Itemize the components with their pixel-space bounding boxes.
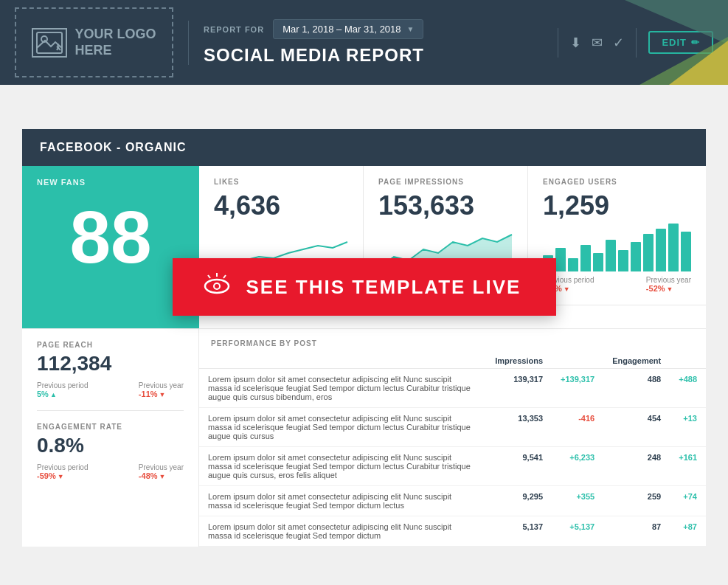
engagement-change-val: +13 xyxy=(670,408,706,447)
engagement-prev-year-label: Previous year xyxy=(139,463,184,471)
new-fans-label: NEW FANS xyxy=(37,178,184,187)
impressions-change-val: +6,233 xyxy=(552,447,603,486)
table-row: Lorem ipsum dolor sit amet consectetur a… xyxy=(199,408,706,447)
report-title: SOCIAL MEDIA REPORT xyxy=(204,45,424,66)
chevron-down-icon: ▼ xyxy=(407,25,415,33)
arrow-down-icon-4 xyxy=(159,390,166,398)
impressions-val: 9,541 xyxy=(486,447,552,486)
impressions-val: 13,353 xyxy=(486,408,552,447)
impressions-val: 139,317 xyxy=(486,369,552,408)
page-reach-prev-period: Previous period 5% xyxy=(37,381,88,398)
svg-marker-0 xyxy=(625,0,728,44)
bar-item xyxy=(631,242,641,271)
likes-label: LIKES xyxy=(214,178,348,186)
svg-line-10 xyxy=(208,275,210,278)
bar-item xyxy=(618,250,628,271)
logo-placeholder: YOUR LOGO HERE xyxy=(15,7,173,77)
col-post xyxy=(199,353,486,369)
post-text: Lorem ipsum dolor sit amet consectetur a… xyxy=(199,408,486,447)
section-header: FACEBOOK - ORGANIC xyxy=(22,129,706,166)
engagement-prev-period-label: Previous period xyxy=(37,463,88,471)
table-row: Lorem ipsum dolor sit amet consectetur a… xyxy=(199,516,706,547)
page-reach-prev-year: Previous year -11% xyxy=(139,381,184,398)
bar-item xyxy=(656,229,666,271)
svg-point-14 xyxy=(215,284,219,288)
page-reach-prev-period-value: 5% xyxy=(37,390,88,398)
performance-header: PERFORMANCE BY POST xyxy=(199,329,706,353)
bottom-row: PAGE REACH 112,384 Previous period 5% Pr… xyxy=(22,328,706,547)
col-engagement: Engagement xyxy=(603,353,670,369)
logo-icon xyxy=(32,28,67,58)
engagement-rate-value: 0.8% xyxy=(37,434,184,457)
engagement-val: 87 xyxy=(603,516,670,547)
date-range-value: Mar 1, 2018 – Mar 31, 2018 xyxy=(282,24,401,35)
header-decoration xyxy=(521,0,728,85)
page-impressions-label: PAGE IMPRESSIONS xyxy=(378,178,513,186)
header: YOUR LOGO HERE REPORT FOR Mar 1, 2018 – … xyxy=(0,0,728,85)
left-metrics: PAGE REACH 112,384 Previous period 5% Pr… xyxy=(22,329,199,547)
engagement-prev-year-value: -48% xyxy=(139,471,184,480)
header-divider xyxy=(188,21,189,65)
impressions-val: 9,295 xyxy=(486,486,552,516)
col-impressions-change xyxy=(552,353,603,369)
svg-line-11 xyxy=(223,275,226,278)
arrow-down-icon-6 xyxy=(159,471,166,480)
likes-value: 4,636 xyxy=(214,190,348,221)
engaged-prev-year-label: Previous year xyxy=(646,276,691,284)
spacer xyxy=(0,85,728,129)
bar-item xyxy=(668,224,679,271)
post-text: Lorem ipsum dolor sit amet consectetur a… xyxy=(199,516,486,547)
page-reach-prev-year-label: Previous year xyxy=(139,381,184,390)
svg-marker-2 xyxy=(669,41,728,85)
performance-data-table: Impressions Engagement Lorem ipsum dolor… xyxy=(199,353,706,547)
page-reach-footer: Previous period 5% Previous year -11% xyxy=(37,381,184,398)
engaged-prev-year: Previous year -52% xyxy=(646,276,691,293)
engaged-users-value: 1,259 xyxy=(543,190,691,221)
col-engagement-change xyxy=(670,353,706,369)
date-range-dropdown[interactable]: Mar 1, 2018 – Mar 31, 2018 ▼ xyxy=(273,19,423,39)
arrow-down-icon-2 xyxy=(564,284,570,293)
engagement-change-val: +87 xyxy=(670,516,706,547)
col-impressions: Impressions xyxy=(486,353,552,369)
bar-item xyxy=(580,245,591,271)
page-reach-section: PAGE REACH 112,384 Previous period 5% Pr… xyxy=(37,341,184,398)
eye-svg xyxy=(202,273,232,295)
report-for-row: REPORT FOR Mar 1, 2018 – Mar 31, 2018 ▼ xyxy=(204,19,424,39)
image-icon xyxy=(36,32,63,54)
svg-rect-3 xyxy=(37,32,62,53)
engagement-prev-year: Previous year -48% xyxy=(139,463,184,480)
impressions-change-val: +5,137 xyxy=(552,516,603,547)
bar-item xyxy=(568,258,578,271)
logo-text: YOUR LOGO HERE xyxy=(74,27,156,58)
engagement-rate-label: ENGAGEMENT RATE xyxy=(37,423,184,431)
engaged-users-chart xyxy=(543,227,691,271)
post-text: Lorem ipsum dolor sit amet consectetur a… xyxy=(199,369,486,408)
bar-item xyxy=(681,232,691,271)
arrow-down-icon-5 xyxy=(58,471,64,480)
impressions-change-val: -416 xyxy=(552,408,603,447)
engagement-prev-period: Previous period -59% xyxy=(37,463,88,480)
engaged-users-footer: Previous period -58% Previous year -52% xyxy=(543,276,691,293)
engagement-prev-period-value: -59% xyxy=(37,471,88,480)
post-text: Lorem ipsum dolor sit amet consectetur a… xyxy=(199,447,486,486)
engagement-val: 259 xyxy=(603,486,670,516)
impressions-val: 5,137 xyxy=(486,516,552,547)
engagement-val: 454 xyxy=(603,408,670,447)
bar-item xyxy=(606,240,616,271)
page-reach-label: PAGE REACH xyxy=(37,341,184,349)
report-for-label: REPORT FOR xyxy=(204,25,264,34)
eye-icon xyxy=(202,273,232,301)
page-reach-prev-year-value: -11% xyxy=(139,390,184,398)
engagement-val: 248 xyxy=(603,447,670,486)
overlay-label: SEE THIS TEMPLATE LIVE xyxy=(246,276,521,299)
engagement-change-val: +488 xyxy=(670,369,706,408)
page-impressions-value: 153,633 xyxy=(378,190,513,221)
table-row: Lorem ipsum dolor sit amet consectetur a… xyxy=(199,486,706,516)
engagement-rate-section: ENGAGEMENT RATE 0.8% Previous period -59… xyxy=(37,410,184,480)
page-reach-prev-period-label: Previous period xyxy=(37,381,88,390)
engaged-users-label: ENGAGED USERS xyxy=(543,178,691,186)
overlay-banner[interactable]: SEE THIS TEMPLATE LIVE xyxy=(173,258,556,316)
bar-item xyxy=(555,248,566,272)
arrow-down-icon-3 xyxy=(667,284,673,293)
impressions-change-val: +355 xyxy=(552,486,603,516)
